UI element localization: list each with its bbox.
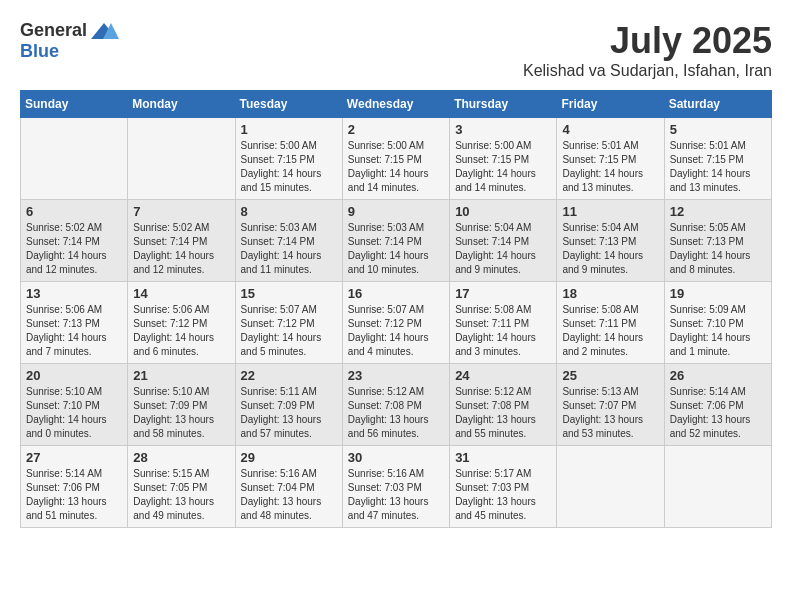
logo: General Blue — [20, 20, 119, 62]
day-number: 2 — [348, 122, 444, 137]
day-number: 27 — [26, 450, 122, 465]
calendar-cell: 15Sunrise: 5:07 AM Sunset: 7:12 PM Dayli… — [235, 282, 342, 364]
day-info: Sunrise: 5:14 AM Sunset: 7:06 PM Dayligh… — [26, 467, 122, 523]
calendar-cell: 14Sunrise: 5:06 AM Sunset: 7:12 PM Dayli… — [128, 282, 235, 364]
calendar-week-row: 13Sunrise: 5:06 AM Sunset: 7:13 PM Dayli… — [21, 282, 772, 364]
header-thursday: Thursday — [450, 91, 557, 118]
day-info: Sunrise: 5:10 AM Sunset: 7:09 PM Dayligh… — [133, 385, 229, 441]
calendar-cell — [664, 446, 771, 528]
day-number: 10 — [455, 204, 551, 219]
header-tuesday: Tuesday — [235, 91, 342, 118]
calendar-cell: 25Sunrise: 5:13 AM Sunset: 7:07 PM Dayli… — [557, 364, 664, 446]
day-info: Sunrise: 5:02 AM Sunset: 7:14 PM Dayligh… — [26, 221, 122, 277]
day-info: Sunrise: 5:15 AM Sunset: 7:05 PM Dayligh… — [133, 467, 229, 523]
day-info: Sunrise: 5:12 AM Sunset: 7:08 PM Dayligh… — [348, 385, 444, 441]
location-title: Kelishad va Sudarjan, Isfahan, Iran — [523, 62, 772, 80]
calendar-header-row: SundayMondayTuesdayWednesdayThursdayFrid… — [21, 91, 772, 118]
calendar-cell: 30Sunrise: 5:16 AM Sunset: 7:03 PM Dayli… — [342, 446, 449, 528]
logo-blue-text: Blue — [20, 41, 59, 62]
calendar-cell: 23Sunrise: 5:12 AM Sunset: 7:08 PM Dayli… — [342, 364, 449, 446]
day-info: Sunrise: 5:01 AM Sunset: 7:15 PM Dayligh… — [562, 139, 658, 195]
day-info: Sunrise: 5:12 AM Sunset: 7:08 PM Dayligh… — [455, 385, 551, 441]
day-info: Sunrise: 5:00 AM Sunset: 7:15 PM Dayligh… — [455, 139, 551, 195]
calendar-cell: 13Sunrise: 5:06 AM Sunset: 7:13 PM Dayli… — [21, 282, 128, 364]
calendar-week-row: 20Sunrise: 5:10 AM Sunset: 7:10 PM Dayli… — [21, 364, 772, 446]
calendar-week-row: 1Sunrise: 5:00 AM Sunset: 7:15 PM Daylig… — [21, 118, 772, 200]
day-info: Sunrise: 5:10 AM Sunset: 7:10 PM Dayligh… — [26, 385, 122, 441]
calendar-cell: 21Sunrise: 5:10 AM Sunset: 7:09 PM Dayli… — [128, 364, 235, 446]
day-number: 3 — [455, 122, 551, 137]
calendar-cell: 5Sunrise: 5:01 AM Sunset: 7:15 PM Daylig… — [664, 118, 771, 200]
day-info: Sunrise: 5:00 AM Sunset: 7:15 PM Dayligh… — [241, 139, 337, 195]
day-info: Sunrise: 5:04 AM Sunset: 7:14 PM Dayligh… — [455, 221, 551, 277]
day-number: 21 — [133, 368, 229, 383]
calendar-cell: 17Sunrise: 5:08 AM Sunset: 7:11 PM Dayli… — [450, 282, 557, 364]
day-number: 30 — [348, 450, 444, 465]
day-number: 9 — [348, 204, 444, 219]
day-info: Sunrise: 5:13 AM Sunset: 7:07 PM Dayligh… — [562, 385, 658, 441]
day-number: 4 — [562, 122, 658, 137]
day-info: Sunrise: 5:17 AM Sunset: 7:03 PM Dayligh… — [455, 467, 551, 523]
day-number: 11 — [562, 204, 658, 219]
day-number: 28 — [133, 450, 229, 465]
title-section: July 2025 Kelishad va Sudarjan, Isfahan,… — [523, 20, 772, 80]
day-info: Sunrise: 5:16 AM Sunset: 7:03 PM Dayligh… — [348, 467, 444, 523]
calendar-cell: 11Sunrise: 5:04 AM Sunset: 7:13 PM Dayli… — [557, 200, 664, 282]
header-monday: Monday — [128, 91, 235, 118]
day-number: 24 — [455, 368, 551, 383]
day-info: Sunrise: 5:03 AM Sunset: 7:14 PM Dayligh… — [348, 221, 444, 277]
day-info: Sunrise: 5:08 AM Sunset: 7:11 PM Dayligh… — [562, 303, 658, 359]
calendar-cell: 18Sunrise: 5:08 AM Sunset: 7:11 PM Dayli… — [557, 282, 664, 364]
calendar-cell: 22Sunrise: 5:11 AM Sunset: 7:09 PM Dayli… — [235, 364, 342, 446]
day-number: 19 — [670, 286, 766, 301]
day-number: 7 — [133, 204, 229, 219]
header-friday: Friday — [557, 91, 664, 118]
day-info: Sunrise: 5:03 AM Sunset: 7:14 PM Dayligh… — [241, 221, 337, 277]
header-sunday: Sunday — [21, 91, 128, 118]
calendar-cell — [21, 118, 128, 200]
calendar-cell: 9Sunrise: 5:03 AM Sunset: 7:14 PM Daylig… — [342, 200, 449, 282]
day-info: Sunrise: 5:05 AM Sunset: 7:13 PM Dayligh… — [670, 221, 766, 277]
calendar-cell: 1Sunrise: 5:00 AM Sunset: 7:15 PM Daylig… — [235, 118, 342, 200]
day-number: 26 — [670, 368, 766, 383]
day-info: Sunrise: 5:01 AM Sunset: 7:15 PM Dayligh… — [670, 139, 766, 195]
calendar-cell: 20Sunrise: 5:10 AM Sunset: 7:10 PM Dayli… — [21, 364, 128, 446]
day-info: Sunrise: 5:04 AM Sunset: 7:13 PM Dayligh… — [562, 221, 658, 277]
day-number: 13 — [26, 286, 122, 301]
calendar-cell: 16Sunrise: 5:07 AM Sunset: 7:12 PM Dayli… — [342, 282, 449, 364]
day-info: Sunrise: 5:07 AM Sunset: 7:12 PM Dayligh… — [348, 303, 444, 359]
page-header: General Blue July 2025 Kelishad va Sudar… — [20, 20, 772, 80]
logo-icon — [89, 21, 119, 41]
calendar-cell: 2Sunrise: 5:00 AM Sunset: 7:15 PM Daylig… — [342, 118, 449, 200]
calendar-cell: 31Sunrise: 5:17 AM Sunset: 7:03 PM Dayli… — [450, 446, 557, 528]
calendar-cell: 19Sunrise: 5:09 AM Sunset: 7:10 PM Dayli… — [664, 282, 771, 364]
calendar-cell: 10Sunrise: 5:04 AM Sunset: 7:14 PM Dayli… — [450, 200, 557, 282]
day-info: Sunrise: 5:06 AM Sunset: 7:12 PM Dayligh… — [133, 303, 229, 359]
day-number: 20 — [26, 368, 122, 383]
calendar-cell: 28Sunrise: 5:15 AM Sunset: 7:05 PM Dayli… — [128, 446, 235, 528]
calendar-cell — [557, 446, 664, 528]
day-info: Sunrise: 5:09 AM Sunset: 7:10 PM Dayligh… — [670, 303, 766, 359]
header-saturday: Saturday — [664, 91, 771, 118]
day-number: 12 — [670, 204, 766, 219]
calendar-cell: 3Sunrise: 5:00 AM Sunset: 7:15 PM Daylig… — [450, 118, 557, 200]
calendar-week-row: 6Sunrise: 5:02 AM Sunset: 7:14 PM Daylig… — [21, 200, 772, 282]
calendar-cell: 29Sunrise: 5:16 AM Sunset: 7:04 PM Dayli… — [235, 446, 342, 528]
day-info: Sunrise: 5:16 AM Sunset: 7:04 PM Dayligh… — [241, 467, 337, 523]
day-number: 14 — [133, 286, 229, 301]
calendar-cell: 4Sunrise: 5:01 AM Sunset: 7:15 PM Daylig… — [557, 118, 664, 200]
calendar-cell: 27Sunrise: 5:14 AM Sunset: 7:06 PM Dayli… — [21, 446, 128, 528]
day-info: Sunrise: 5:11 AM Sunset: 7:09 PM Dayligh… — [241, 385, 337, 441]
calendar-cell: 24Sunrise: 5:12 AM Sunset: 7:08 PM Dayli… — [450, 364, 557, 446]
day-info: Sunrise: 5:07 AM Sunset: 7:12 PM Dayligh… — [241, 303, 337, 359]
day-number: 25 — [562, 368, 658, 383]
day-info: Sunrise: 5:00 AM Sunset: 7:15 PM Dayligh… — [348, 139, 444, 195]
day-number: 29 — [241, 450, 337, 465]
day-number: 22 — [241, 368, 337, 383]
day-number: 16 — [348, 286, 444, 301]
day-number: 15 — [241, 286, 337, 301]
logo-general-text: General — [20, 20, 87, 41]
day-number: 5 — [670, 122, 766, 137]
day-number: 8 — [241, 204, 337, 219]
day-info: Sunrise: 5:06 AM Sunset: 7:13 PM Dayligh… — [26, 303, 122, 359]
